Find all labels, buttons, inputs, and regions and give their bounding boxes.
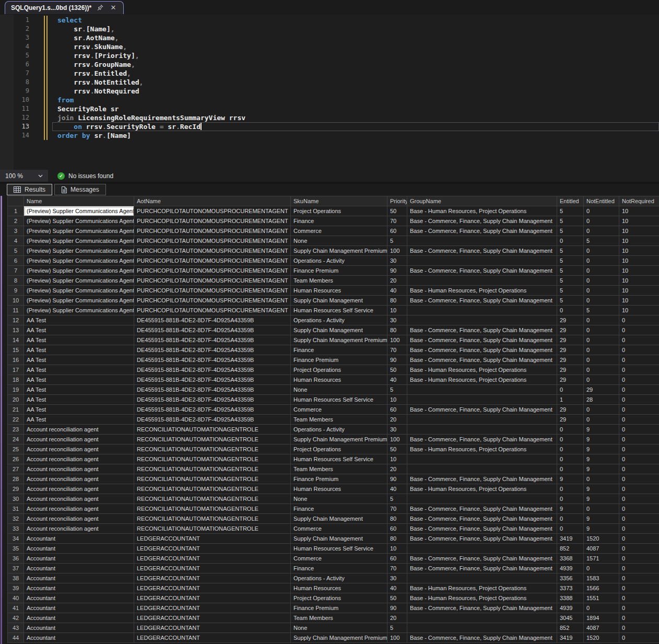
row-header[interactable]: 24: [8, 435, 24, 444]
grid-cell[interactable]: Team Members: [291, 276, 387, 286]
row-header[interactable]: 17: [8, 365, 24, 375]
grid-cell[interactable]: 70: [387, 504, 407, 514]
grid-cell[interactable]: PURCHCOPILOTAUTONOMOUSPROCUREMENTAGENT: [134, 216, 291, 226]
grid-cell[interactable]: 0: [557, 464, 584, 474]
grid-cell[interactable]: 0: [619, 315, 659, 325]
grid-cell[interactable]: 10: [619, 246, 659, 256]
grid-cell[interactable]: AA Test: [24, 315, 134, 325]
grid-cell[interactable]: 0: [584, 256, 619, 266]
grid-cell[interactable]: 0: [584, 276, 619, 286]
code-line[interactable]: select: [0, 16, 659, 25]
grid-cell[interactable]: 5: [387, 385, 407, 395]
grid-cell[interactable]: 9: [584, 454, 619, 464]
grid-cell[interactable]: 60: [387, 226, 407, 236]
grid-cell[interactable]: 0: [584, 355, 619, 365]
grid-cell[interactable]: Accountant: [24, 613, 134, 623]
grid-cell[interactable]: 50: [387, 593, 407, 603]
grid-cell[interactable]: [407, 385, 557, 395]
grid-cell[interactable]: [407, 623, 557, 633]
grid-cell[interactable]: 4087: [584, 623, 619, 633]
grid-cell[interactable]: 30: [387, 573, 407, 583]
grid-cell[interactable]: DE455915-881B-4DE2-8D7F-4D925A43359B: [134, 385, 291, 395]
grid-cell[interactable]: 20: [387, 415, 407, 425]
grid-cell[interactable]: Account reconciliation agent: [24, 435, 134, 444]
close-icon[interactable]: ✕: [109, 4, 117, 12]
grid-cell[interactable]: RECONCILIATIONAUTOMATIONAGENTROLE: [134, 514, 291, 524]
grid-cell[interactable]: PURCHCOPILOTAUTONOMOUSPROCUREMENTAGENT: [134, 286, 291, 296]
grid-cell[interactable]: Accountant: [24, 593, 134, 603]
code-line[interactable]: sr.[Name],: [0, 25, 659, 33]
grid-cell[interactable]: 0: [619, 583, 659, 593]
grid-cell[interactable]: PURCHCOPILOTAUTONOMOUSPROCUREMENTAGENT: [134, 306, 291, 315]
grid-cell[interactable]: 10: [619, 216, 659, 226]
grid-cell[interactable]: RECONCILIATIONAUTOMATIONAGENTROLE: [134, 425, 291, 435]
code-line[interactable]: order by sr.[Name]: [0, 131, 659, 140]
grid-cell[interactable]: 30: [387, 425, 407, 435]
grid-cell[interactable]: RECONCILIATIONAUTOMATIONAGENTROLE: [134, 435, 291, 444]
grid-cell[interactable]: Base - Human Resources, Project Operatio…: [407, 365, 557, 375]
grid-cell[interactable]: Base - Human Resources, Project Operatio…: [407, 375, 557, 385]
grid-cell[interactable]: RECONCILIATIONAUTOMATIONAGENTROLE: [134, 504, 291, 514]
column-header-skuname[interactable]: SkuName: [291, 196, 387, 206]
code-line[interactable]: sr.AotName,: [0, 33, 659, 42]
grid-cell[interactable]: Human Resources: [291, 375, 387, 385]
grid-cell[interactable]: DE455915-881B-4DE2-8D7F-4D925A43359B: [134, 375, 291, 385]
grid-cell[interactable]: 0: [619, 514, 659, 524]
grid-cell[interactable]: 100: [387, 633, 407, 643]
grid-cell[interactable]: 0: [619, 435, 659, 444]
row-header[interactable]: 19: [8, 385, 24, 395]
row-header[interactable]: 35: [8, 544, 24, 554]
row-header[interactable]: 23: [8, 425, 24, 435]
grid-cell[interactable]: 0: [584, 504, 619, 514]
grid-cell[interactable]: 10: [387, 544, 407, 554]
grid-cell[interactable]: 0: [584, 415, 619, 425]
grid-cell[interactable]: 0: [619, 633, 659, 643]
grid-cell[interactable]: 3419: [557, 633, 584, 643]
grid-cell[interactable]: 29: [557, 335, 584, 345]
grid-cell[interactable]: PURCHCOPILOTAUTONOMOUSPROCUREMENTAGENT: [134, 266, 291, 276]
grid-cell[interactable]: Base - Commerce, Finance, Supply Chain M…: [407, 226, 557, 236]
grid-cell[interactable]: 0: [619, 395, 659, 405]
grid-cell[interactable]: 0: [619, 573, 659, 583]
grid-cell[interactable]: Finance: [291, 564, 387, 573]
grid-cell[interactable]: 1520: [584, 534, 619, 544]
grid-cell[interactable]: [407, 395, 557, 405]
grid-cell[interactable]: [407, 454, 557, 464]
grid-cell[interactable]: Base - Commerce, Finance, Supply Chain M…: [407, 296, 557, 306]
grid-cell[interactable]: 3045: [557, 613, 584, 623]
grid-cell[interactable]: 0: [584, 564, 619, 573]
grid-cell[interactable]: 0: [619, 345, 659, 355]
grid-cell[interactable]: Finance Premium: [291, 474, 387, 484]
grid-cell[interactable]: RECONCILIATIONAUTOMATIONAGENTROLE: [134, 494, 291, 504]
grid-cell[interactable]: DE455915-881B-4DE2-8D7F-4D925A43359B: [134, 325, 291, 335]
grid-cell[interactable]: 0: [619, 444, 659, 454]
grid-cell[interactable]: Base - Commerce, Finance, Supply Chain M…: [407, 355, 557, 365]
grid-cell[interactable]: 29: [557, 375, 584, 385]
code-line[interactable]: rrsv.NotEntitled,: [0, 78, 659, 87]
grid-cell[interactable]: 80: [387, 325, 407, 335]
row-header[interactable]: 28: [8, 474, 24, 484]
grid-cell[interactable]: 0: [584, 206, 619, 216]
grid-cell[interactable]: 1520: [584, 633, 619, 643]
grid-cell[interactable]: 90: [387, 474, 407, 484]
grid-cell[interactable]: PURCHCOPILOTAUTONOMOUSPROCUREMENTAGENT: [134, 276, 291, 286]
grid-cell[interactable]: [407, 544, 557, 554]
grid-cell[interactable]: Finance: [291, 345, 387, 355]
grid-cell[interactable]: 1571: [584, 554, 619, 564]
grid-cell[interactable]: AA Test: [24, 365, 134, 375]
row-header[interactable]: 41: [8, 603, 24, 613]
grid-cell[interactable]: 0: [619, 415, 659, 425]
row-header[interactable]: 30: [8, 494, 24, 504]
grid-cell[interactable]: Base - Commerce, Finance, Supply Chain M…: [407, 435, 557, 444]
grid-cell[interactable]: DE455915-881B-4DE2-8D7F-4D925A43359B: [134, 415, 291, 425]
grid-cell[interactable]: 40: [387, 484, 407, 494]
grid-cell[interactable]: Accountant: [24, 583, 134, 593]
row-header[interactable]: 20: [8, 395, 24, 405]
grid-cell[interactable]: 0: [619, 564, 659, 573]
code-line[interactable]: from: [0, 96, 659, 104]
grid-cell[interactable]: Account reconciliation agent: [24, 524, 134, 534]
grid-cell[interactable]: LEDGERACCOUNTANT: [134, 573, 291, 583]
grid-cell[interactable]: (Preview) Supplier Communications Agent: [24, 286, 134, 296]
grid-cell[interactable]: None: [291, 385, 387, 395]
grid-cell[interactable]: 10: [619, 306, 659, 315]
